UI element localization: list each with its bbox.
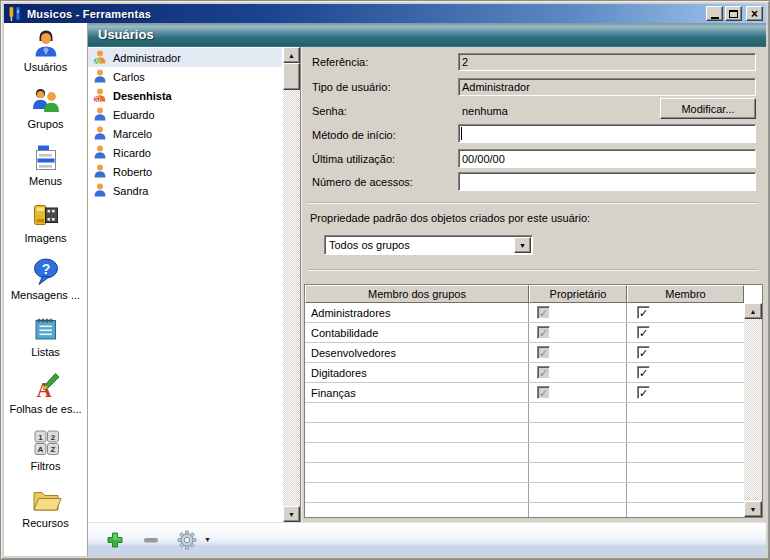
- svg-text:Z: Z: [50, 445, 55, 454]
- user-list-item[interactable]: Carlos: [88, 67, 282, 86]
- owner-checkbox[interactable]: ✓: [537, 306, 550, 319]
- sidebar-item-menus[interactable]: Menus: [4, 142, 87, 199]
- remove-user-button[interactable]: [140, 529, 162, 551]
- access-count-input[interactable]: [458, 172, 756, 191]
- scrollbar-thumb[interactable]: [283, 63, 300, 90]
- user-list-item[interactable]: S Desenhista: [88, 86, 282, 105]
- modify-password-button[interactable]: Modificar...: [660, 98, 756, 119]
- default-group-dropdown[interactable]: Todos os grupos ▼: [324, 235, 533, 255]
- member-cell: ✓: [627, 323, 744, 342]
- owner-checkbox[interactable]: ✓: [537, 386, 550, 399]
- scrollbar-track[interactable]: [283, 63, 300, 506]
- user-name: Desenhista: [113, 90, 172, 102]
- scroll-up-button[interactable]: ▲: [283, 47, 300, 63]
- column-header-member[interactable]: Membro: [627, 285, 744, 303]
- settings-menu-caret[interactable]: ▼: [204, 536, 211, 543]
- owner-checkbox[interactable]: ✓: [537, 366, 550, 379]
- panel-title: Usuários: [98, 27, 154, 42]
- dropdown-arrow-button[interactable]: ▼: [514, 237, 531, 253]
- sidebar-item-mensagens[interactable]: ? Mensagens ...: [4, 256, 87, 313]
- owner-checkbox[interactable]: ✓: [537, 346, 550, 359]
- scroll-down-button[interactable]: ▼: [744, 501, 762, 517]
- scroll-down-button[interactable]: ▼: [283, 506, 300, 522]
- user-name: Roberto: [113, 166, 152, 178]
- sidebar-item-usuarios[interactable]: Usuários: [4, 28, 87, 85]
- reference-label: Referência:: [312, 56, 368, 68]
- minimize-icon: [711, 17, 719, 19]
- member-checkbox[interactable]: ✓: [637, 306, 650, 319]
- table-row-empty[interactable]: [305, 443, 744, 463]
- member-checkbox[interactable]: ✓: [637, 386, 650, 399]
- user-list-item[interactable]: A Administrador: [88, 48, 282, 67]
- user-name: Administrador: [113, 52, 181, 64]
- dropdown-value: Todos os grupos: [325, 239, 514, 251]
- main-panel: Usuários A Administrador: [88, 23, 766, 556]
- maximize-button[interactable]: [725, 6, 742, 21]
- sidebar-item-label: Recursos: [22, 517, 68, 529]
- gear-icon: [177, 530, 197, 550]
- user-list-item[interactable]: Ricardo: [88, 143, 282, 162]
- table-row[interactable]: Finanças ✓ ✓: [305, 383, 744, 403]
- group-name: Administradores: [311, 307, 390, 319]
- close-button[interactable]: ×: [746, 6, 763, 21]
- user-list-item[interactable]: Roberto: [88, 162, 282, 181]
- sidebar-item-label: Listas: [31, 346, 60, 358]
- content-area: A Administrador Carlos S Dese: [88, 47, 766, 522]
- table-row-empty[interactable]: [305, 503, 744, 517]
- add-user-button[interactable]: [104, 529, 126, 551]
- user-list-item[interactable]: Marcelo: [88, 124, 282, 143]
- minimize-button[interactable]: [706, 6, 723, 21]
- user-list-item[interactable]: Eduardo: [88, 105, 282, 124]
- start-method-input[interactable]: [458, 124, 756, 143]
- column-header-owner[interactable]: Proprietário: [529, 285, 627, 303]
- bottom-toolbar: ▼: [88, 522, 766, 556]
- user-person-icon: [93, 107, 107, 122]
- sidebar-item-folhas[interactable]: A Folhas de es...: [4, 370, 87, 427]
- owner-checkbox[interactable]: ✓: [537, 326, 550, 339]
- group-name-cell: Desenvolvedores: [305, 343, 529, 362]
- table-row[interactable]: Desenvolvedores ✓ ✓: [305, 343, 744, 363]
- member-cell: ✓: [627, 383, 744, 402]
- table-row-empty[interactable]: [305, 423, 744, 443]
- groups-table-scrollbar[interactable]: ▲ ▼: [744, 303, 762, 517]
- table-row-empty[interactable]: [305, 403, 744, 423]
- window-controls: ×: [706, 6, 763, 21]
- table-row-empty[interactable]: [305, 483, 744, 503]
- user-person-icon: S: [93, 88, 107, 103]
- member-checkbox[interactable]: ✓: [637, 326, 650, 339]
- scrollbar-track[interactable]: [744, 319, 762, 501]
- group-name-cell: Contabilidade: [305, 323, 529, 342]
- messages-icon: ?: [30, 256, 62, 288]
- sidebar: Usuários Grupos Menus Imagens ? Mens: [4, 23, 88, 556]
- sidebar-item-grupos[interactable]: Grupos: [4, 85, 87, 142]
- table-row[interactable]: Contabilidade ✓ ✓: [305, 323, 744, 343]
- svg-text:?: ?: [41, 261, 50, 277]
- member-checkbox[interactable]: ✓: [637, 366, 650, 379]
- table-row[interactable]: Administradores ✓ ✓: [305, 303, 744, 323]
- group-name-cell: Administradores: [305, 303, 529, 322]
- sidebar-item-filtros[interactable]: 1 2 A Z Filtros: [4, 427, 87, 484]
- user-list-scrollbar[interactable]: ▲ ▼: [283, 47, 300, 522]
- titlebar[interactable]: Musicos - Ferramentas ×: [4, 4, 766, 23]
- sidebar-item-label: Usuários: [24, 61, 67, 73]
- sidebar-item-label: Imagens: [24, 232, 66, 244]
- stylesheets-icon: A: [30, 370, 62, 402]
- users-icon: [30, 28, 62, 60]
- close-icon: ×: [751, 9, 758, 19]
- table-row[interactable]: Digitadores ✓ ✓: [305, 363, 744, 383]
- lists-icon: [30, 313, 62, 345]
- user-type-field: Administrador: [458, 78, 756, 96]
- maximize-icon: [729, 10, 738, 18]
- last-use-input[interactable]: [458, 149, 756, 168]
- sidebar-item-recursos[interactable]: Recursos: [4, 484, 87, 541]
- group-name-cell: Finanças: [305, 383, 529, 402]
- user-list-item[interactable]: Sandra: [88, 181, 282, 200]
- column-header-group[interactable]: Membro dos grupos: [305, 285, 529, 303]
- member-checkbox[interactable]: ✓: [637, 346, 650, 359]
- sidebar-item-listas[interactable]: Listas: [4, 313, 87, 370]
- scroll-up-button[interactable]: ▲: [744, 303, 762, 319]
- settings-button[interactable]: [176, 529, 198, 551]
- plus-icon: [106, 531, 124, 549]
- table-row-empty[interactable]: [305, 463, 744, 483]
- sidebar-item-imagens[interactable]: Imagens: [4, 199, 87, 256]
